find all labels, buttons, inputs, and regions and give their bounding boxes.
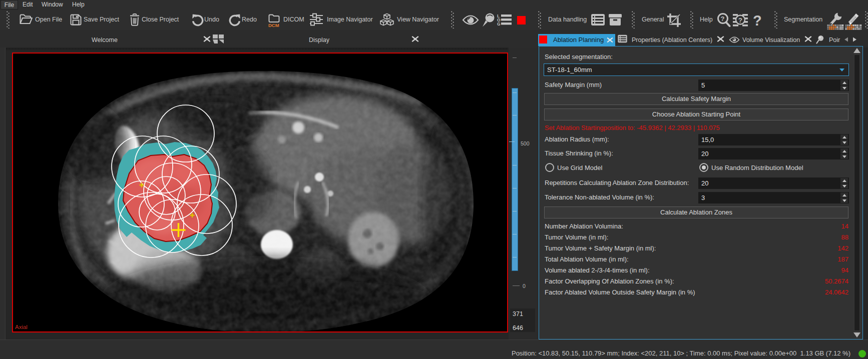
svg-text:?: ?	[738, 16, 742, 24]
svg-text:G: G	[497, 22, 501, 26]
svg-text:?: ?	[753, 13, 762, 28]
svg-text:DCM: DCM	[268, 22, 279, 28]
svg-text:?: ?	[721, 15, 725, 22]
